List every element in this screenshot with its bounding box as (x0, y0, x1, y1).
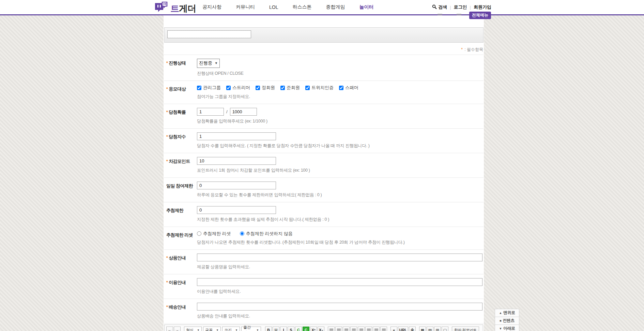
url-button[interactable]: URL (398, 327, 408, 331)
text-input[interactable] (197, 206, 276, 214)
checkbox-option[interactable]: 스패머 (339, 85, 358, 91)
unordered-list-button[interactable] (365, 327, 372, 331)
indent-button[interactable] (380, 327, 387, 331)
title-input[interactable] (167, 30, 251, 38)
align-center-button[interactable] (335, 327, 342, 331)
media-button[interactable]: ▤ (427, 327, 433, 331)
field-hint: 하루에 응모할 수 있는 횟수를 제한하려면 입력하세요( 제한없음 : 0 ) (197, 192, 484, 198)
row-label: 추첨제한 리셋 (164, 231, 197, 246)
form-row: 일일 참여제한하루에 응모할 수 있는 횟수를 제한하려면 입력하세요( 제한없… (164, 177, 484, 202)
row-label: *응모대상 (164, 85, 197, 100)
ordered-list-button[interactable] (358, 327, 365, 331)
bold-button[interactable]: B (265, 327, 272, 331)
form-row: *진행상태진행중▼진행상태 OPEN / CLOSE (164, 55, 484, 81)
brand-text: 트게더 (170, 3, 196, 15)
align-left-button[interactable] (328, 327, 335, 331)
undo-button[interactable]: ← (166, 327, 173, 331)
field-hint: 참여가능 그룹을 지정하세요. (197, 94, 484, 100)
required-note: * : 필수항목 (164, 47, 483, 53)
nav-item-1[interactable]: 커뮤니티 (236, 4, 255, 10)
text-input[interactable] (197, 278, 482, 286)
font-color-button[interactable]: C (295, 327, 302, 331)
checkbox-input[interactable] (339, 86, 343, 90)
superscript-button[interactable]: Xⁿ (310, 327, 317, 331)
text-input[interactable] (197, 303, 482, 311)
underline-button[interactable]: U (273, 327, 279, 331)
radio-option[interactable]: 추첨제한 리셋 (197, 231, 231, 237)
outdent-button[interactable] (373, 327, 380, 331)
form-row: *당첨확률/당첨확률을 입력해주세요 (ex: 1/1000 ) (164, 104, 484, 128)
font-select[interactable]: 글꼴▼ (203, 327, 221, 331)
hanja-component-button[interactable]: 한자 컴포넌트 (452, 327, 479, 331)
radio-option[interactable]: 추첨제한 리셋하지 않음 (240, 231, 293, 237)
nav-item-0[interactable]: 공지사항 (202, 4, 221, 10)
text-input[interactable] (197, 132, 276, 140)
site-header: 트게더 공지사항커뮤니티LOL하스스톤종합게임놀이터 검색 | 로그인 | 회원… (0, 0, 644, 15)
search-link[interactable]: 검색 (432, 4, 447, 10)
probability-numerator-input[interactable] (197, 108, 224, 116)
link-separator: | (450, 5, 451, 10)
nav-item-3[interactable]: 하스스톤 (292, 4, 311, 10)
form-row: 추첨제한 리셋추첨제한 리셋추첨제한 리셋하지 않음당첨자가 나오면 추첨제한 … (164, 227, 484, 250)
component-button[interactable]: ▥ (434, 327, 441, 331)
form-row: 추첨제한지정한 제한 횟수를 초과했을 때 실제 추첨이 시작 됩니다.( 제한… (164, 202, 484, 227)
special-char-button[interactable]: ※ (409, 327, 416, 331)
align-right-button[interactable] (343, 327, 350, 331)
chevron-down-icon: ▼ (197, 329, 200, 331)
nav-item-4[interactable]: 종합게임 (326, 4, 345, 10)
indent-icon (382, 329, 386, 331)
login-link[interactable]: 로그인 (454, 4, 467, 10)
checkbox-input[interactable] (305, 86, 310, 90)
align-justify-icon (352, 329, 356, 331)
site-logo[interactable]: 트게더 (154, 2, 196, 15)
redo-button[interactable]: → (174, 327, 181, 331)
subscript-button[interactable]: X₂ (318, 327, 324, 331)
content-panel: * : 필수항목 *진행상태진행중▼진행상태 OPEN / CLOSE*응모대상… (164, 15, 484, 331)
nav-item-lol[interactable]: LOL (269, 4, 278, 10)
row-label: 일일 참여제한 (164, 182, 197, 198)
all-menu-button[interactable]: 전체메뉴 (469, 12, 491, 19)
table-button[interactable]: ▦ (419, 327, 426, 331)
row-label: *이용안내 (164, 278, 197, 294)
signup-link[interactable]: 회원가입 (474, 4, 491, 10)
checkbox-option[interactable]: 트위치인증 (305, 85, 334, 91)
field-hint: 진행상태 OPEN / CLOSE (197, 71, 484, 76)
required-asterisk: * (166, 134, 168, 139)
checkbox-input[interactable] (256, 86, 260, 90)
scroll-top-button[interactable]: ▲맨위로 (495, 309, 519, 317)
align-justify-button[interactable] (350, 327, 357, 331)
text-input[interactable] (197, 182, 276, 189)
probability-denominator-input[interactable] (230, 108, 257, 116)
format-select[interactable]: 형식▼ (184, 327, 202, 331)
size-select[interactable]: 크기▼ (222, 327, 240, 331)
checkbox-option[interactable]: 정회원 (256, 85, 275, 91)
checkbox-input[interactable] (197, 86, 201, 90)
checkbox-option[interactable]: 관리그룹 (197, 85, 221, 91)
italic-button[interactable]: I (280, 327, 287, 331)
quote-button[interactable]: « (390, 327, 397, 331)
checkbox-input[interactable] (280, 86, 285, 90)
radio-input[interactable] (240, 231, 244, 236)
contents-button[interactable]: ■컨텐츠 (495, 317, 519, 325)
field-hint: 당첨자 수를 입력해주세요. ( 지정한 확률로 당첨자 수만큼 당첨자가 나올… (197, 143, 484, 149)
checkbox-option[interactable]: 스트리머 (226, 85, 250, 91)
checkbox-option[interactable]: 준회원 (280, 85, 300, 91)
square-icon: ■ (500, 319, 501, 322)
highlight-color-button[interactable]: C (303, 327, 309, 331)
field-hint: 이용안내를 입력하세요. (197, 289, 484, 294)
partial-menu-icon (457, 14, 461, 15)
required-asterisk: * (166, 305, 168, 310)
nav-item-5[interactable]: 놀이터 (359, 4, 373, 10)
radio-input[interactable] (197, 231, 201, 236)
text-input[interactable] (197, 254, 482, 261)
editor-toolbar: ←→형식▼글꼴▼크기▼줄간격▼BUISCCXⁿX₂«URL※▦▤▥▢한자 컴포넌… (164, 325, 483, 331)
status-select[interactable]: 진행중▼ (197, 59, 220, 68)
hr-button[interactable]: ▢ (442, 327, 448, 331)
scroll-bottom-button[interactable]: ▼아래로 (495, 325, 519, 331)
line-height-select[interactable]: 줄간격▼ (241, 327, 261, 331)
strike-button[interactable]: S (288, 327, 294, 331)
text-input[interactable] (197, 157, 276, 165)
title-box (164, 27, 484, 43)
event-form: *진행상태진행중▼진행상태 OPEN / CLOSE*응모대상관리그룹스트리머정… (164, 55, 484, 331)
checkbox-input[interactable] (226, 86, 231, 90)
